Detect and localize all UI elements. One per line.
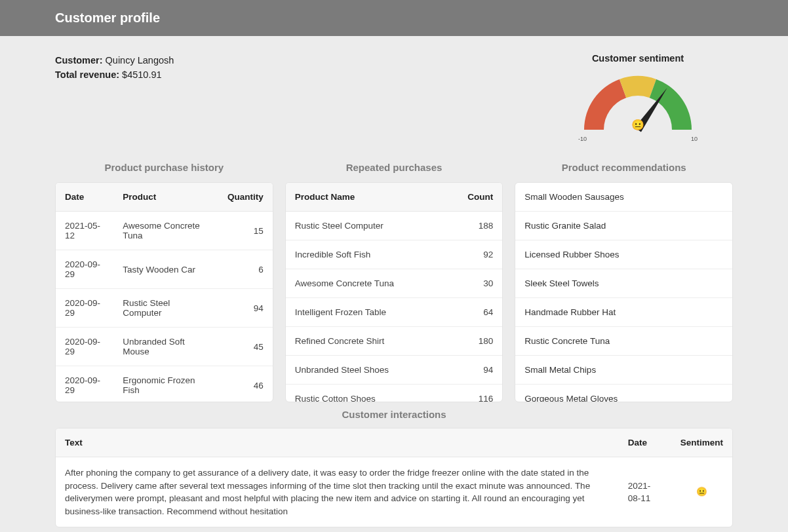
history-column: Product purchase history Date Product Qu… xyxy=(55,162,273,402)
repeated-cell-name: Incredible Soft Fish xyxy=(286,240,444,269)
interaction-sentiment-icon: 😐 xyxy=(671,457,732,527)
history-cell-date: 2021-05-12 xyxy=(56,212,113,250)
repeated-cell-name: Awesome Concrete Tuna xyxy=(286,269,444,298)
interactions-title: Customer interactions xyxy=(55,409,733,420)
table-row: 2021-05-12Awesome Concrete Tuna15 xyxy=(56,212,273,250)
repeated-panel: Product Name Count Rustic Steel Computer… xyxy=(285,182,503,402)
recommendation-item[interactable]: Gorgeous Metal Gloves xyxy=(515,385,732,402)
history-col-date[interactable]: Date xyxy=(56,183,113,212)
customer-summary: Customer: Quincy Langosh Total revenue: … xyxy=(55,53,174,83)
recommendation-item[interactable]: Small Wooden Sausages xyxy=(515,183,732,212)
repeated-cell-name: Intelligent Frozen Table xyxy=(286,298,444,327)
table-row: Awesome Concrete Tuna30 xyxy=(286,269,503,298)
history-col-qty[interactable]: Quantity xyxy=(218,183,273,212)
repeated-cell-count: 180 xyxy=(443,327,502,356)
summary-row: Customer: Quincy Langosh Total revenue: … xyxy=(55,53,733,142)
history-cell-product: Unbranded Soft Mouse xyxy=(113,328,218,366)
history-cell-qty: 46 xyxy=(218,366,273,402)
recommendation-item[interactable]: Small Metal Chips xyxy=(515,356,732,385)
table-row: Rustic Steel Computer188 xyxy=(286,212,503,240)
recommendation-item[interactable]: Sleek Steel Towels xyxy=(515,269,732,298)
repeated-cell-count: 116 xyxy=(443,385,502,402)
table-row: 2020-09-29Ergonomic Frozen Fish46 xyxy=(56,366,273,402)
page-content: Customer: Quincy Langosh Total revenue: … xyxy=(0,36,788,532)
table-row: 2020-09-29Unbranded Soft Mouse45 xyxy=(56,328,273,366)
repeated-cell-count: 94 xyxy=(443,356,502,385)
table-row: Refined Concrete Shirt180 xyxy=(286,327,503,356)
table-row: 2020-09-29Rustic Steel Computer94 xyxy=(56,289,273,328)
repeated-col-name[interactable]: Product Name xyxy=(286,183,444,212)
repeated-title: Repeated purchases xyxy=(285,162,503,173)
repeated-col-count[interactable]: Count xyxy=(443,183,502,212)
history-panel: Date Product Quantity 2021-05-12Awesome … xyxy=(55,182,273,402)
repeated-cell-name: Unbranded Steel Shoes xyxy=(286,356,444,385)
history-cell-product: Tasty Wooden Car xyxy=(113,250,218,289)
recommendations-column: Product recommendations Small Wooden Sau… xyxy=(515,162,733,402)
interaction-date: 2021-08-11 xyxy=(619,457,671,527)
table-row: 2020-09-29Tasty Wooden Car6 xyxy=(56,250,273,289)
sentiment-panel: Customer sentiment 😐 -10 10 xyxy=(543,53,733,142)
history-col-product[interactable]: Product xyxy=(113,183,218,212)
recommendations-title: Product recommendations xyxy=(515,162,733,173)
total-revenue-value: $4510.91 xyxy=(122,69,161,80)
history-cell-date: 2020-09-29 xyxy=(56,289,113,328)
repeated-cell-count: 92 xyxy=(443,240,502,269)
history-cell-date: 2020-09-29 xyxy=(56,366,113,402)
sentiment-face-icon: 😐 xyxy=(631,119,644,131)
customer-name-value: Quincy Langosh xyxy=(106,55,174,66)
total-revenue-label: Total revenue: xyxy=(55,69,119,80)
cards-row: Product purchase history Date Product Qu… xyxy=(55,162,733,402)
history-cell-product: Awesome Concrete Tuna xyxy=(113,212,218,250)
repeated-scroll[interactable]: Product Name Count Rustic Steel Computer… xyxy=(286,183,503,402)
table-row: Intelligent Frozen Table64 xyxy=(286,298,503,327)
repeated-table: Product Name Count Rustic Steel Computer… xyxy=(286,183,503,402)
sentiment-title: Customer sentiment xyxy=(543,53,733,64)
interactions-table: Text Date Sentiment After phoning the co… xyxy=(56,428,732,527)
history-scroll[interactable]: Date Product Quantity 2021-05-12Awesome … xyxy=(56,183,273,402)
repeated-cell-count: 30 xyxy=(443,269,502,298)
repeated-cell-count: 64 xyxy=(443,298,502,327)
repeated-cell-name: Rustic Steel Computer xyxy=(286,212,444,240)
history-table: Date Product Quantity 2021-05-12Awesome … xyxy=(56,183,273,402)
table-row: After phoning the company to get assuran… xyxy=(56,457,732,527)
history-cell-product: Rustic Steel Computer xyxy=(113,289,218,328)
customer-name-label: Customer: xyxy=(55,55,103,66)
interaction-text: After phoning the company to get assuran… xyxy=(56,457,619,527)
recommendation-item[interactable]: Licensed Rubber Shoes xyxy=(515,240,732,269)
page-header: Customer profile xyxy=(0,0,788,36)
repeated-column: Repeated purchases Product Name Count Ru… xyxy=(285,162,503,402)
recommendation-item[interactable]: Rustic Granite Salad xyxy=(515,212,732,240)
repeated-cell-count: 188 xyxy=(443,212,502,240)
history-cell-date: 2020-09-29 xyxy=(56,250,113,289)
repeated-cell-name: Rustic Cotton Shoes xyxy=(286,385,444,402)
repeated-cell-name: Refined Concrete Shirt xyxy=(286,327,444,356)
interactions-col-text[interactable]: Text xyxy=(56,428,619,457)
table-row: Rustic Cotton Shoes116 xyxy=(286,385,503,402)
history-cell-qty: 15 xyxy=(218,212,273,250)
history-cell-qty: 6 xyxy=(218,250,273,289)
interactions-panel: Text Date Sentiment After phoning the co… xyxy=(55,428,733,527)
history-cell-date: 2020-09-29 xyxy=(56,328,113,366)
table-row: Incredible Soft Fish92 xyxy=(286,240,503,269)
sentiment-gauge: 😐 xyxy=(543,67,733,140)
history-cell-qty: 94 xyxy=(218,289,273,328)
recommendation-item[interactable]: Handmade Rubber Hat xyxy=(515,298,732,327)
interactions-col-date[interactable]: Date xyxy=(619,428,671,457)
interactions-col-sentiment[interactable]: Sentiment xyxy=(671,428,732,457)
history-cell-product: Ergonomic Frozen Fish xyxy=(113,366,218,402)
history-cell-qty: 45 xyxy=(218,328,273,366)
page-title: Customer profile xyxy=(55,10,160,25)
recommendations-list[interactable]: Small Wooden SausagesRustic Granite Sala… xyxy=(515,182,733,402)
table-row: Unbranded Steel Shoes94 xyxy=(286,356,503,385)
history-title: Product purchase history xyxy=(55,162,273,173)
recommendation-item[interactable]: Rustic Concrete Tuna xyxy=(515,327,732,356)
